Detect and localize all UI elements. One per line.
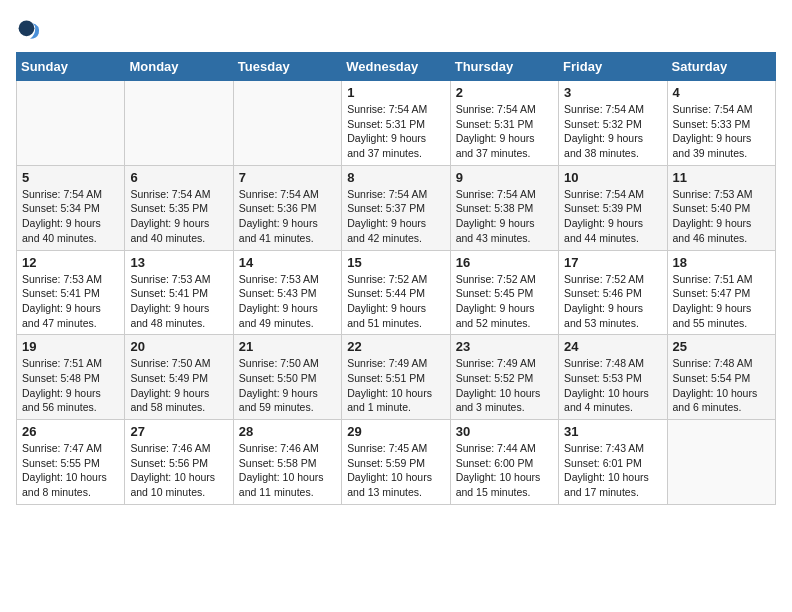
day-number: 29 <box>347 424 444 439</box>
calendar-cell: 12Sunrise: 7:53 AMSunset: 5:41 PMDayligh… <box>17 250 125 335</box>
day-number: 5 <box>22 170 119 185</box>
logo-icon <box>16 16 44 44</box>
day-number: 12 <box>22 255 119 270</box>
calendar-cell: 22Sunrise: 7:49 AMSunset: 5:51 PMDayligh… <box>342 335 450 420</box>
day-detail: Sunrise: 7:43 AMSunset: 6:01 PMDaylight:… <box>564 441 661 500</box>
calendar-cell: 23Sunrise: 7:49 AMSunset: 5:52 PMDayligh… <box>450 335 558 420</box>
day-detail: Sunrise: 7:48 AMSunset: 5:54 PMDaylight:… <box>673 356 770 415</box>
day-number: 26 <box>22 424 119 439</box>
header-day-thursday: Thursday <box>450 53 558 81</box>
day-number: 8 <box>347 170 444 185</box>
day-number: 28 <box>239 424 336 439</box>
calendar-cell: 27Sunrise: 7:46 AMSunset: 5:56 PMDayligh… <box>125 420 233 505</box>
day-number: 30 <box>456 424 553 439</box>
week-row-3: 12Sunrise: 7:53 AMSunset: 5:41 PMDayligh… <box>17 250 776 335</box>
week-row-2: 5Sunrise: 7:54 AMSunset: 5:34 PMDaylight… <box>17 165 776 250</box>
calendar-cell: 14Sunrise: 7:53 AMSunset: 5:43 PMDayligh… <box>233 250 341 335</box>
day-detail: Sunrise: 7:50 AMSunset: 5:50 PMDaylight:… <box>239 356 336 415</box>
svg-point-0 <box>19 20 35 36</box>
day-number: 19 <box>22 339 119 354</box>
calendar-cell: 20Sunrise: 7:50 AMSunset: 5:49 PMDayligh… <box>125 335 233 420</box>
calendar-cell: 30Sunrise: 7:44 AMSunset: 6:00 PMDayligh… <box>450 420 558 505</box>
day-detail: Sunrise: 7:49 AMSunset: 5:52 PMDaylight:… <box>456 356 553 415</box>
header-day-saturday: Saturday <box>667 53 775 81</box>
logo <box>16 16 48 44</box>
header-day-tuesday: Tuesday <box>233 53 341 81</box>
calendar-cell: 18Sunrise: 7:51 AMSunset: 5:47 PMDayligh… <box>667 250 775 335</box>
header-day-wednesday: Wednesday <box>342 53 450 81</box>
day-number: 10 <box>564 170 661 185</box>
calendar-cell: 10Sunrise: 7:54 AMSunset: 5:39 PMDayligh… <box>559 165 667 250</box>
calendar-cell: 25Sunrise: 7:48 AMSunset: 5:54 PMDayligh… <box>667 335 775 420</box>
day-number: 3 <box>564 85 661 100</box>
day-number: 23 <box>456 339 553 354</box>
day-detail: Sunrise: 7:54 AMSunset: 5:31 PMDaylight:… <box>347 102 444 161</box>
day-number: 18 <box>673 255 770 270</box>
calendar-cell: 8Sunrise: 7:54 AMSunset: 5:37 PMDaylight… <box>342 165 450 250</box>
calendar-cell: 21Sunrise: 7:50 AMSunset: 5:50 PMDayligh… <box>233 335 341 420</box>
header-day-sunday: Sunday <box>17 53 125 81</box>
day-detail: Sunrise: 7:52 AMSunset: 5:46 PMDaylight:… <box>564 272 661 331</box>
day-detail: Sunrise: 7:45 AMSunset: 5:59 PMDaylight:… <box>347 441 444 500</box>
calendar-cell: 5Sunrise: 7:54 AMSunset: 5:34 PMDaylight… <box>17 165 125 250</box>
day-detail: Sunrise: 7:54 AMSunset: 5:39 PMDaylight:… <box>564 187 661 246</box>
calendar-cell: 7Sunrise: 7:54 AMSunset: 5:36 PMDaylight… <box>233 165 341 250</box>
day-detail: Sunrise: 7:54 AMSunset: 5:33 PMDaylight:… <box>673 102 770 161</box>
week-row-4: 19Sunrise: 7:51 AMSunset: 5:48 PMDayligh… <box>17 335 776 420</box>
day-detail: Sunrise: 7:44 AMSunset: 6:00 PMDaylight:… <box>456 441 553 500</box>
day-detail: Sunrise: 7:51 AMSunset: 5:47 PMDaylight:… <box>673 272 770 331</box>
calendar-cell: 16Sunrise: 7:52 AMSunset: 5:45 PMDayligh… <box>450 250 558 335</box>
day-number: 14 <box>239 255 336 270</box>
day-number: 9 <box>456 170 553 185</box>
day-detail: Sunrise: 7:49 AMSunset: 5:51 PMDaylight:… <box>347 356 444 415</box>
day-number: 27 <box>130 424 227 439</box>
calendar-cell: 6Sunrise: 7:54 AMSunset: 5:35 PMDaylight… <box>125 165 233 250</box>
calendar-cell: 1Sunrise: 7:54 AMSunset: 5:31 PMDaylight… <box>342 81 450 166</box>
day-number: 20 <box>130 339 227 354</box>
day-detail: Sunrise: 7:54 AMSunset: 5:32 PMDaylight:… <box>564 102 661 161</box>
day-number: 15 <box>347 255 444 270</box>
calendar-cell <box>17 81 125 166</box>
day-detail: Sunrise: 7:51 AMSunset: 5:48 PMDaylight:… <box>22 356 119 415</box>
header-row: SundayMondayTuesdayWednesdayThursdayFrid… <box>17 53 776 81</box>
day-number: 22 <box>347 339 444 354</box>
day-detail: Sunrise: 7:52 AMSunset: 5:45 PMDaylight:… <box>456 272 553 331</box>
day-number: 2 <box>456 85 553 100</box>
calendar-cell: 28Sunrise: 7:46 AMSunset: 5:58 PMDayligh… <box>233 420 341 505</box>
day-number: 31 <box>564 424 661 439</box>
week-row-1: 1Sunrise: 7:54 AMSunset: 5:31 PMDaylight… <box>17 81 776 166</box>
day-number: 25 <box>673 339 770 354</box>
calendar-cell <box>667 420 775 505</box>
calendar-cell <box>233 81 341 166</box>
calendar-cell: 19Sunrise: 7:51 AMSunset: 5:48 PMDayligh… <box>17 335 125 420</box>
week-row-5: 26Sunrise: 7:47 AMSunset: 5:55 PMDayligh… <box>17 420 776 505</box>
day-detail: Sunrise: 7:53 AMSunset: 5:40 PMDaylight:… <box>673 187 770 246</box>
day-detail: Sunrise: 7:53 AMSunset: 5:41 PMDaylight:… <box>22 272 119 331</box>
day-detail: Sunrise: 7:54 AMSunset: 5:34 PMDaylight:… <box>22 187 119 246</box>
day-number: 13 <box>130 255 227 270</box>
calendar-header <box>16 16 776 44</box>
calendar-cell: 11Sunrise: 7:53 AMSunset: 5:40 PMDayligh… <box>667 165 775 250</box>
header-day-monday: Monday <box>125 53 233 81</box>
day-number: 1 <box>347 85 444 100</box>
calendar-cell: 24Sunrise: 7:48 AMSunset: 5:53 PMDayligh… <box>559 335 667 420</box>
calendar-cell: 29Sunrise: 7:45 AMSunset: 5:59 PMDayligh… <box>342 420 450 505</box>
calendar-cell: 9Sunrise: 7:54 AMSunset: 5:38 PMDaylight… <box>450 165 558 250</box>
calendar-table: SundayMondayTuesdayWednesdayThursdayFrid… <box>16 52 776 505</box>
day-detail: Sunrise: 7:53 AMSunset: 5:41 PMDaylight:… <box>130 272 227 331</box>
day-detail: Sunrise: 7:48 AMSunset: 5:53 PMDaylight:… <box>564 356 661 415</box>
calendar-cell: 4Sunrise: 7:54 AMSunset: 5:33 PMDaylight… <box>667 81 775 166</box>
day-detail: Sunrise: 7:52 AMSunset: 5:44 PMDaylight:… <box>347 272 444 331</box>
calendar-cell: 17Sunrise: 7:52 AMSunset: 5:46 PMDayligh… <box>559 250 667 335</box>
calendar-cell: 2Sunrise: 7:54 AMSunset: 5:31 PMDaylight… <box>450 81 558 166</box>
day-detail: Sunrise: 7:54 AMSunset: 5:31 PMDaylight:… <box>456 102 553 161</box>
day-number: 7 <box>239 170 336 185</box>
calendar-cell: 13Sunrise: 7:53 AMSunset: 5:41 PMDayligh… <box>125 250 233 335</box>
calendar-cell: 3Sunrise: 7:54 AMSunset: 5:32 PMDaylight… <box>559 81 667 166</box>
day-detail: Sunrise: 7:46 AMSunset: 5:58 PMDaylight:… <box>239 441 336 500</box>
day-number: 17 <box>564 255 661 270</box>
day-detail: Sunrise: 7:47 AMSunset: 5:55 PMDaylight:… <box>22 441 119 500</box>
day-detail: Sunrise: 7:54 AMSunset: 5:36 PMDaylight:… <box>239 187 336 246</box>
day-detail: Sunrise: 7:54 AMSunset: 5:38 PMDaylight:… <box>456 187 553 246</box>
day-number: 6 <box>130 170 227 185</box>
